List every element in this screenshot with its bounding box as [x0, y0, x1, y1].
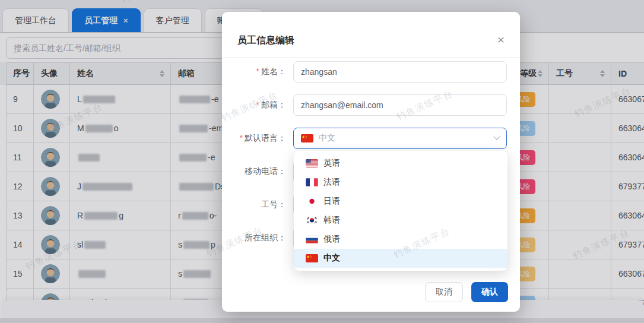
cn-flag-icon [306, 254, 318, 262]
language-option-label: 韩语 [323, 215, 340, 226]
jp-flag-icon [306, 197, 318, 205]
field-label: 移动电话： [222, 166, 293, 177]
field-label: 所在组织： [222, 233, 293, 243]
language-option[interactable]: 英语 [294, 154, 507, 173]
form-row: *姓名：zhangsan [222, 61, 520, 83]
field-label: *默认语言： [222, 133, 293, 144]
confirm-button[interactable]: 确认 [471, 282, 508, 302]
ru-flag-icon [306, 235, 318, 243]
close-icon[interactable]: × [497, 33, 505, 46]
app-root: 管理工作台员工管理×客户管理账号管理 序号 头像 姓名 邮箱 风险等级 工号 I… [0, 0, 644, 323]
language-option[interactable]: 俄语 [294, 230, 507, 249]
us-flag-icon [306, 159, 318, 167]
required-asterisk: * [240, 133, 243, 142]
language-option[interactable]: 日语 [294, 192, 507, 211]
language-option[interactable]: 法语 [294, 173, 507, 192]
form-row: *邮箱：zhangsan@email.com [222, 94, 520, 116]
input-value: zhangsan@email.com [301, 100, 383, 110]
kr-flag-icon [306, 216, 318, 224]
fr-flag-icon [306, 178, 318, 186]
language-dropdown: 英语法语日语韩语俄语中文 [294, 151, 507, 271]
field-label: 工号： [222, 200, 293, 210]
language-option-label: 日语 [323, 196, 340, 207]
dialog-header-divider [222, 57, 520, 58]
language-option-label: 俄语 [323, 234, 340, 245]
select-value: 中文 [319, 133, 335, 144]
text-input[interactable]: zhangsan [293, 61, 507, 83]
dialog-footer: 取消 确认 [425, 282, 508, 302]
default-language-select[interactable]: 中文 [293, 128, 507, 149]
language-option-label: 中文 [323, 253, 340, 264]
required-asterisk: * [256, 100, 259, 109]
required-asterisk: * [256, 66, 259, 76]
cn-flag-icon [301, 134, 313, 142]
language-option[interactable]: 韩语 [294, 211, 507, 230]
language-option-label: 法语 [323, 177, 340, 188]
language-option-label: 英语 [323, 158, 340, 169]
text-input[interactable]: zhangsan@email.com [293, 94, 507, 116]
form-row: *默认语言：中文 [222, 128, 520, 149]
dialog-title: 员工信息编辑 [237, 34, 294, 47]
field-label: *姓名： [222, 66, 293, 77]
chevron-down-icon [493, 134, 500, 140]
cancel-button[interactable]: 取消 [425, 282, 463, 302]
language-option[interactable]: 中文 [294, 249, 507, 268]
field-label: *邮箱： [222, 100, 293, 110]
input-value: zhangsan [301, 67, 337, 77]
